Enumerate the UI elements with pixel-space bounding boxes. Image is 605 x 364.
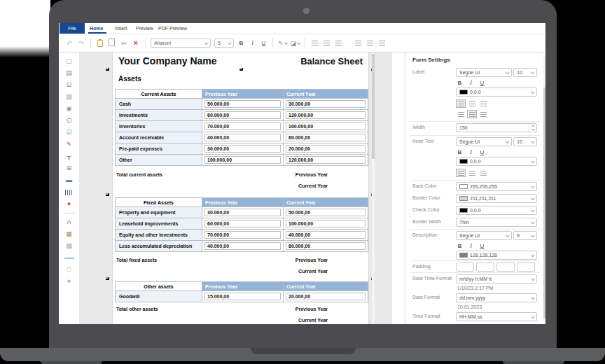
label-italic-button[interactable]: I	[467, 78, 475, 88]
label-align-right-icon[interactable]	[467, 99, 477, 108]
dropdown-tool-icon[interactable]: ⊟	[64, 82, 74, 88]
value-input[interactable]: 20.000,00	[286, 293, 366, 300]
date-format-select[interactable]: dd.mm.yyyy	[456, 293, 537, 302]
description-underline-button[interactable]: U	[478, 241, 486, 251]
value-input[interactable]: 20.000,00	[286, 145, 366, 153]
redo-icon[interactable]: ↷	[77, 38, 85, 48]
value-input[interactable]: 40.000,00	[204, 134, 281, 141]
datetime-format-select[interactable]: m/d/yy h:MM tt	[456, 274, 537, 284]
value-input[interactable]: 70.000,00	[204, 122, 281, 130]
value-input[interactable]: 60.000,00	[286, 134, 366, 141]
description-italic-button[interactable]: I	[467, 241, 475, 251]
label-font-select[interactable]: Segoe UI	[456, 68, 512, 77]
copy-icon[interactable]	[108, 38, 116, 48]
tab-pdf-preview[interactable]: PDF Preview	[158, 23, 187, 34]
resize-handle[interactable]	[106, 277, 109, 280]
checkbox-tool-icon[interactable]: ☑	[64, 130, 74, 136]
label-underline-button[interactable]: U	[478, 78, 486, 88]
value-input[interactable]: 60.000,00	[204, 220, 281, 227]
tab-insert[interactable]: Insert	[115, 23, 127, 34]
value-input[interactable]: 60.000,00	[204, 111, 281, 119]
border-color-select[interactable]: 211,211,211	[456, 194, 537, 203]
padding-bottom-input[interactable]	[517, 262, 535, 272]
width-stepper[interactable]	[529, 124, 536, 132]
label-align-justify-icon[interactable]	[478, 99, 488, 108]
inner-text-font-size-select[interactable]: 10	[513, 137, 537, 146]
font-family-select[interactable]: Aharoni	[151, 38, 211, 48]
value-input[interactable]: 50.000,00	[204, 100, 281, 108]
label-font-size-select[interactable]: 10	[513, 68, 537, 77]
label-valign-bottom-icon[interactable]	[478, 110, 488, 118]
line-tool-icon[interactable]	[64, 255, 74, 261]
value-input[interactable]: 30.000,00	[204, 145, 281, 153]
signature-tool-icon[interactable]: ✎	[64, 141, 74, 148]
font-color-icon[interactable]: ✎	[278, 40, 287, 47]
panel-scrollbar[interactable]	[543, 55, 545, 321]
image-tool-icon[interactable]: ▦	[64, 231, 74, 237]
value-input[interactable]: 100.000,00	[286, 122, 366, 130]
inner-text-align-center-icon[interactable]	[467, 169, 477, 177]
underline-button[interactable]: U	[260, 38, 267, 48]
align-left-icon[interactable]	[310, 38, 319, 48]
inner-text-color-select[interactable]: 0,0,0	[456, 157, 537, 166]
stamp-tool-icon[interactable]: ╥	[64, 153, 74, 160]
resize-handle[interactable]	[106, 193, 109, 196]
picture-tool-icon[interactable]: ▨	[64, 243, 74, 249]
value-input[interactable]: 70.000,00	[204, 231, 281, 239]
label-bold-button[interactable]: B	[456, 78, 464, 88]
value-input[interactable]: 40.000,00	[204, 242, 281, 250]
value-input[interactable]: 30.000,00	[204, 209, 281, 216]
inner-text-align-left-icon[interactable]	[456, 169, 466, 177]
padding-top-input[interactable]	[476, 262, 494, 272]
resize-handle[interactable]	[106, 68, 109, 71]
description-color-select[interactable]: 128,128,128	[456, 251, 537, 260]
valign-bottom-icon[interactable]	[377, 38, 386, 48]
button-tool-icon[interactable]: ▬	[64, 177, 74, 183]
valign-top-icon[interactable]	[354, 38, 362, 48]
width-input[interactable]: 150	[456, 123, 537, 132]
description-bold-button[interactable]: B	[456, 241, 464, 251]
inner-text-align-right-icon[interactable]	[478, 169, 488, 177]
rectangle-tool-icon[interactable]: □	[64, 267, 74, 273]
value-input[interactable]: 120.000,00	[286, 111, 366, 119]
font-size-select[interactable]: 5	[214, 38, 234, 48]
label-color-select[interactable]: 0,0,0	[456, 88, 537, 97]
align-center-icon[interactable]	[322, 38, 331, 48]
border-width-select[interactable]: Thin	[456, 218, 537, 227]
listbox-tool-icon[interactable]: ▥	[64, 94, 74, 100]
value-input[interactable]: 30.000,00	[286, 100, 366, 108]
bold-button[interactable]: B	[237, 38, 245, 48]
undo-icon[interactable]: ↶	[65, 38, 74, 48]
magic-wand-tool-icon[interactable]: ✶	[64, 279, 74, 285]
paste-icon[interactable]	[96, 38, 104, 48]
check-color-select[interactable]: 0,0,0	[456, 206, 537, 215]
radio-button-tool-icon[interactable]: ◉	[64, 106, 74, 112]
inner-text-underline-button[interactable]: U	[478, 148, 486, 157]
padding-left-input[interactable]	[456, 262, 474, 272]
label-valign-top-icon[interactable]	[456, 110, 466, 118]
value-input[interactable]: 50.000,00	[286, 209, 366, 216]
resize-handle[interactable]	[239, 68, 243, 71]
value-input[interactable]: 15.000,00	[204, 293, 281, 300]
align-right-icon[interactable]	[334, 38, 342, 48]
file-menu-button[interactable]: File	[60, 23, 85, 34]
barcode-tool-icon[interactable]	[64, 189, 74, 195]
valign-middle-icon[interactable]	[366, 38, 374, 48]
padding-right-input[interactable]	[496, 262, 515, 272]
tab-preview[interactable]: Preview	[136, 23, 153, 34]
cut-icon[interactable]: ✂	[120, 38, 128, 48]
document-scrollbar[interactable]	[372, 52, 375, 324]
fill-color-icon[interactable]: ◪	[291, 40, 300, 47]
inner-text-bold-button[interactable]: B	[456, 148, 464, 157]
inner-text-italic-button[interactable]: I	[467, 148, 475, 157]
back-color-select[interactable]: 255,255,255	[456, 182, 537, 191]
label-valign-middle-icon[interactable]	[467, 110, 477, 118]
value-input[interactable]: 80.000,00	[286, 242, 366, 250]
label-tool-icon[interactable]: A	[64, 219, 74, 225]
description-font-size-select[interactable]: 9	[513, 231, 537, 240]
time-format-select[interactable]: HH:MM:ss	[456, 312, 537, 321]
value-input[interactable]: 100.000,00	[286, 220, 366, 227]
value-input[interactable]: 100.000,00	[204, 156, 281, 164]
location-tool-icon[interactable]: ●	[64, 201, 74, 207]
combobox-tool-icon[interactable]: ⊡	[64, 118, 74, 124]
